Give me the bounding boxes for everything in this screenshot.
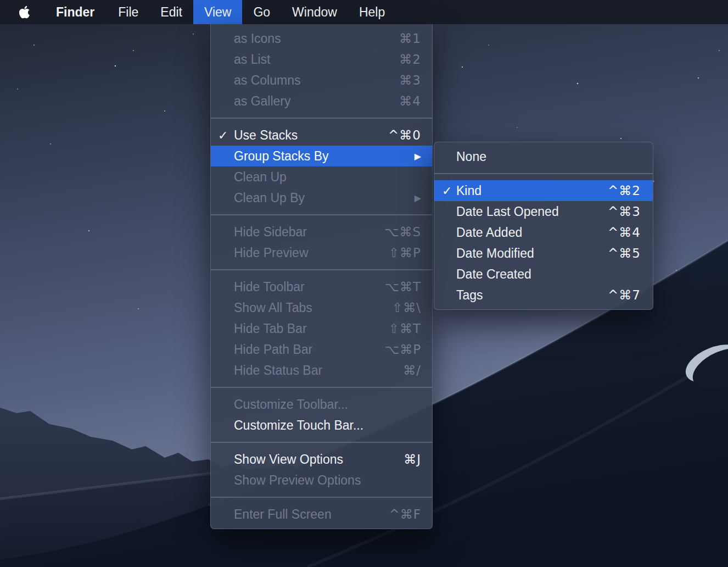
menu-item-use-stacks[interactable]: ✓ Use Stacks ^⌘0 <box>211 125 432 146</box>
shortcut-label: ^⌘5 <box>608 246 641 260</box>
shortcut-label: ⌘2 <box>399 52 421 66</box>
shortcut-label: ⌘3 <box>399 73 421 87</box>
shortcut-label: ⇧⌘\ <box>392 301 421 315</box>
menu-item-customize-toolbar: Customize Toolbar... <box>211 394 432 415</box>
menu-item-as-icons: as Icons ⌘1 <box>211 28 432 49</box>
menu-item-label: Customize Touch Bar... <box>234 418 421 433</box>
menu-item-label: Clean Up By <box>234 191 410 205</box>
menu-item-label: Hide Status Bar <box>234 363 403 378</box>
menu-item-label: Clean Up <box>234 170 421 185</box>
menu-item-group-stacks-by[interactable]: Group Stacks By ▶ <box>211 146 432 166</box>
apple-logo-icon <box>19 5 30 19</box>
submenu-item-none[interactable]: None <box>434 146 653 167</box>
menubar-item-window[interactable]: Window <box>281 0 348 24</box>
menubar-item-view[interactable]: View <box>193 0 242 24</box>
menu-item-label: Use Stacks <box>234 128 388 143</box>
menu-separator <box>211 442 432 443</box>
menu-item-label: Customize Toolbar... <box>234 397 421 412</box>
menu-item-label: Tags <box>456 288 608 303</box>
menu-item-hide-path-bar: Hide Path Bar ⌥⌘P <box>211 339 432 360</box>
submenu-item-date-last-opened[interactable]: Date Last Opened ^⌘3 <box>434 201 653 222</box>
menu-item-show-preview-options: Show Preview Options <box>211 470 432 491</box>
menu-item-hide-status-bar: Hide Status Bar ⌘/ <box>211 360 432 381</box>
menubar-item-finder[interactable]: Finder <box>43 0 107 24</box>
menu-item-label: Show View Options <box>234 452 404 467</box>
shortcut-label: ⇧⌘P <box>389 246 421 260</box>
menu-item-label: Enter Full Screen <box>234 507 389 522</box>
shortcut-label: ^⌘2 <box>608 184 641 198</box>
menu-item-show-view-options[interactable]: Show View Options ⌘J <box>211 449 432 470</box>
menu-item-hide-tab-bar: Hide Tab Bar ⇧⌘T <box>211 318 432 339</box>
menu-bar: Finder File Edit View Go Window Help <box>0 0 728 24</box>
menu-item-label: as Icons <box>234 31 399 46</box>
menu-item-label: Date Last Opened <box>456 204 608 219</box>
shortcut-label: ⌥⌘P <box>385 342 421 357</box>
menu-item-as-list: as List ⌘2 <box>211 49 432 70</box>
submenu-item-date-modified[interactable]: Date Modified ^⌘5 <box>434 243 653 264</box>
menu-item-hide-preview: Hide Preview ⇧⌘P <box>211 242 432 263</box>
shortcut-label: ^⌘7 <box>608 288 641 302</box>
menu-item-clean-up-by: Clean Up By ▶ <box>211 187 432 208</box>
shortcut-label: ⌘4 <box>399 94 421 108</box>
apple-menu[interactable] <box>5 0 43 24</box>
menu-item-show-all-tabs: Show All Tabs ⇧⌘\ <box>211 297 432 318</box>
submenu-item-date-added[interactable]: Date Added ^⌘4 <box>434 222 653 243</box>
shortcut-label: ^⌘4 <box>608 225 641 240</box>
menu-separator <box>211 387 432 388</box>
shortcut-label: ^⌘0 <box>388 128 421 142</box>
group-stacks-by-submenu: None ✓ Kind ^⌘2 Date Last Opened ^⌘3 Dat… <box>434 142 653 310</box>
menu-item-label: None <box>456 149 641 164</box>
menu-separator <box>211 497 432 498</box>
submenu-arrow-icon: ▶ <box>415 151 421 162</box>
shortcut-label: ⌘/ <box>403 363 421 377</box>
menubar-item-edit[interactable]: Edit <box>149 0 193 24</box>
shortcut-label: ⇧⌘T <box>389 321 421 336</box>
menu-item-label: Show Preview Options <box>234 473 421 488</box>
menu-item-as-columns: as Columns ⌘3 <box>211 70 432 91</box>
menu-item-label: Hide Tab Bar <box>234 321 389 336</box>
submenu-item-tags[interactable]: Tags ^⌘7 <box>434 285 653 305</box>
shortcut-label: ⌘1 <box>399 31 421 46</box>
menu-item-label: Hide Toolbar <box>234 280 384 294</box>
checkmark-icon: ✓ <box>442 184 456 198</box>
menu-item-clean-up: Clean Up <box>211 166 432 187</box>
checkmark-icon: ✓ <box>218 129 234 142</box>
shortcut-label: ⌥⌘T <box>384 280 421 294</box>
menu-item-label: Hide Preview <box>234 246 389 260</box>
menu-item-label: Date Modified <box>456 246 608 261</box>
menu-separator <box>211 118 432 119</box>
menu-item-label: Show All Tabs <box>234 301 392 315</box>
menu-separator <box>434 173 653 174</box>
menu-item-hide-toolbar: Hide Toolbar ⌥⌘T <box>211 276 432 297</box>
menubar-item-file[interactable]: File <box>107 0 149 24</box>
menu-separator <box>211 269 432 270</box>
menu-item-label: Group Stacks By <box>234 149 410 164</box>
menu-item-label: Kind <box>456 184 608 198</box>
menubar-item-help[interactable]: Help <box>348 0 396 24</box>
submenu-item-date-created[interactable]: Date Created <box>434 264 653 285</box>
menu-item-label: Hide Path Bar <box>234 342 385 357</box>
shortcut-label: ⌘J <box>404 452 421 466</box>
submenu-arrow-icon: ▶ <box>415 193 421 203</box>
menu-separator <box>211 214 432 215</box>
menubar-item-go[interactable]: Go <box>242 0 281 24</box>
menu-item-label: as List <box>234 52 399 67</box>
view-menu-dropdown: as Icons ⌘1 as List ⌘2 as Columns ⌘3 as … <box>210 24 433 529</box>
menu-item-label: Hide Sidebar <box>234 225 384 240</box>
menu-item-enter-full-screen: Enter Full Screen ^⌘F <box>211 504 432 525</box>
shortcut-label: ^⌘F <box>389 507 421 521</box>
submenu-item-kind[interactable]: ✓ Kind ^⌘2 <box>434 180 653 201</box>
shortcut-label: ^⌘3 <box>608 204 641 219</box>
menu-item-label: as Columns <box>234 73 399 88</box>
menu-item-as-gallery: as Gallery ⌘4 <box>211 91 432 112</box>
menu-item-label: Date Created <box>456 267 641 282</box>
menu-item-label: as Gallery <box>234 94 399 109</box>
shortcut-label: ⌥⌘S <box>384 225 421 239</box>
menu-item-label: Date Added <box>456 225 608 240</box>
menu-item-hide-sidebar: Hide Sidebar ⌥⌘S <box>211 221 432 242</box>
menu-item-customize-touch-bar[interactable]: Customize Touch Bar... <box>211 415 432 436</box>
